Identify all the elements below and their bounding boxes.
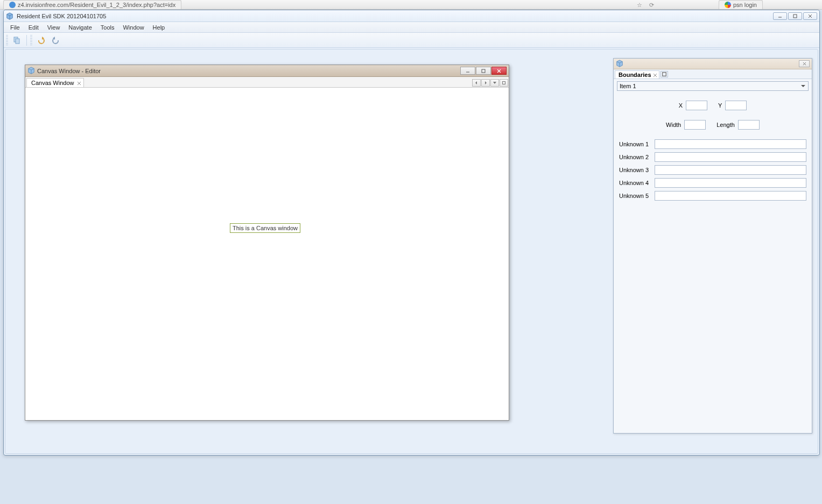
svg-rect-9 <box>16 39 19 44</box>
svg-marker-24 <box>493 82 496 84</box>
properties-titlebar[interactable] <box>614 59 812 69</box>
toolbar-grip[interactable] <box>30 35 32 46</box>
app-titlebar[interactable]: Resident Evil SDK 201204101705 <box>4 10 819 22</box>
properties-tab-maximize-button[interactable] <box>661 71 668 77</box>
properties-panel: Boundaries Item 1 X Y <box>613 58 812 434</box>
browser-chrome: z4.invisionfree.com/Resident_Evil_1_2_3/… <box>0 0 822 10</box>
close-tab-icon[interactable] <box>653 72 657 76</box>
unknown-1-input[interactable] <box>655 139 806 149</box>
canvas-editor-window-controls <box>460 67 507 75</box>
canvas-close-button[interactable] <box>491 67 507 75</box>
coord-row-1: X Y <box>617 101 809 110</box>
toolbar-separator <box>26 35 27 46</box>
menu-edit[interactable]: Edit <box>24 23 43 32</box>
width-input[interactable] <box>684 120 706 130</box>
menu-help[interactable]: Help <box>149 23 170 32</box>
reload-icon[interactable]: ⟳ <box>648 1 655 9</box>
unknown-4-input[interactable] <box>655 178 806 188</box>
canvas-editor-titlebar[interactable]: Canvas Window - Editor <box>25 65 509 77</box>
favicon-icon <box>9 2 16 8</box>
close-tab-icon[interactable] <box>77 80 81 84</box>
favicon-icon <box>725 2 731 8</box>
app-title: Resident Evil SDK 201204101705 <box>17 13 106 19</box>
menu-window[interactable]: Window <box>118 23 148 32</box>
boundaries-tab-label: Boundaries <box>619 72 651 78</box>
menu-file[interactable]: File <box>6 23 24 32</box>
app-window: Resident Evil SDK 201204101705 File Edit… <box>3 10 820 456</box>
length-input[interactable] <box>738 120 760 130</box>
properties-close-button[interactable] <box>799 60 810 67</box>
toolbar-grip[interactable] <box>6 35 8 46</box>
x-input[interactable] <box>686 101 707 110</box>
tab-dropdown-button[interactable] <box>490 79 499 87</box>
properties-tabs: Boundaries <box>614 69 812 79</box>
y-label: Y <box>718 102 722 109</box>
cube-icon <box>616 60 623 68</box>
unknown-4-label: Unknown 4 <box>619 180 651 186</box>
redo-button[interactable] <box>50 34 62 46</box>
cube-icon <box>27 67 35 75</box>
window-controls <box>773 12 817 20</box>
minimize-button[interactable] <box>773 12 787 20</box>
canvas-area[interactable]: This is a Canvas window <box>25 88 509 420</box>
canvas-minimize-button[interactable] <box>460 67 475 75</box>
boundaries-tab[interactable]: Boundaries <box>615 70 659 79</box>
browser-tab-2[interactable]: psn login <box>719 0 763 9</box>
coord-row-2: Width Length <box>617 120 809 130</box>
y-input[interactable] <box>725 101 747 110</box>
canvas-tab-label: Canvas Window <box>31 80 74 86</box>
unknown-1-label: Unknown 1 <box>619 141 651 147</box>
copy-button[interactable] <box>10 34 23 46</box>
svg-marker-22 <box>475 81 477 84</box>
canvas-tab[interactable]: Canvas Window <box>26 78 84 87</box>
toolbar <box>4 33 819 48</box>
star-icon[interactable]: ☆ <box>636 1 643 9</box>
canvas-tab-controls <box>472 79 509 87</box>
length-label: Length <box>716 122 735 128</box>
browser-address-controls: ☆ ⟳ <box>636 1 655 9</box>
tab-scroll-left-button[interactable] <box>472 79 481 87</box>
canvas-editor-title: Canvas Window - Editor <box>37 68 101 74</box>
unknown-2-label: Unknown 2 <box>619 154 651 160</box>
unknown-3-input[interactable] <box>655 165 806 175</box>
unknown-3-label: Unknown 3 <box>619 167 651 173</box>
maximize-button[interactable] <box>788 12 802 20</box>
undo-button[interactable] <box>34 34 47 46</box>
menu-view[interactable]: View <box>43 23 65 32</box>
unknown-5-label: Unknown 5 <box>619 193 651 199</box>
svg-rect-5 <box>793 15 797 18</box>
workspace: Canvas Window - Editor Canvas Window <box>5 49 818 454</box>
unknown-fields: Unknown 1 Unknown 2 Unknown 3 Unknown 4 <box>617 139 809 201</box>
app-cube-icon <box>6 12 13 20</box>
svg-rect-25 <box>503 82 505 84</box>
browser-tab-1-text: z4.invisionfree.com/Resident_Evil_1_2_3/… <box>18 2 175 8</box>
item-dropdown[interactable]: Item 1 <box>617 81 809 91</box>
svg-rect-34 <box>662 73 666 76</box>
tab-scroll-right-button[interactable] <box>481 79 490 87</box>
properties-body: Item 1 X Y Width <box>614 79 812 206</box>
canvas-tabs: Canvas Window <box>25 77 509 88</box>
unknown-2-input[interactable] <box>655 152 806 162</box>
browser-tab-1[interactable]: z4.invisionfree.com/Resident_Evil_1_2_3/… <box>3 0 181 9</box>
item-dropdown-value: Item 1 <box>620 83 636 89</box>
menu-navigate[interactable]: Navigate <box>64 23 96 32</box>
canvas-editor-window: Canvas Window - Editor Canvas Window <box>25 65 509 421</box>
menubar: File Edit View Navigate Tools Window Hel… <box>4 22 819 33</box>
close-button[interactable] <box>803 12 817 20</box>
svg-marker-23 <box>485 81 487 84</box>
tab-maximize-button[interactable] <box>500 79 508 87</box>
x-label: X <box>679 102 683 109</box>
svg-rect-17 <box>482 69 485 73</box>
width-label: Width <box>666 122 681 128</box>
browser-tab-2-text: psn login <box>733 2 757 8</box>
canvas-placeholder-text: This is a Canvas window <box>230 223 300 233</box>
unknown-5-input[interactable] <box>655 191 806 201</box>
canvas-maximize-button[interactable] <box>476 67 491 75</box>
menu-tools[interactable]: Tools <box>96 23 119 32</box>
